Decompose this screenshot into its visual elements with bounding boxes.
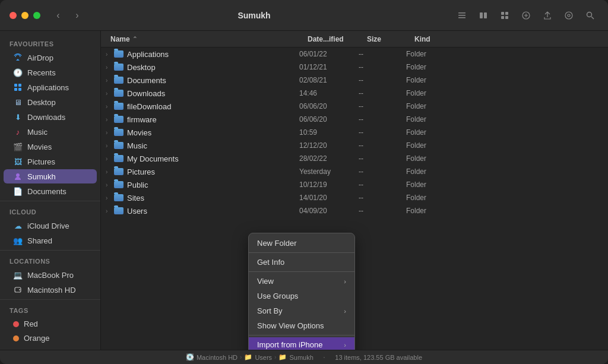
- folder-icon: [114, 49, 124, 59]
- context-menu-item-view[interactable]: View ›: [249, 274, 354, 289]
- file-size: --: [359, 194, 406, 202]
- view-columns-button[interactable]: [475, 7, 492, 24]
- sidebar-item-pictures[interactable]: 🖼 Pictures: [4, 154, 97, 169]
- context-menu-item-sort-by[interactable]: Sort By ›: [249, 303, 354, 318]
- sidebar-item-sumukh[interactable]: Sumukh: [4, 169, 97, 183]
- submenu-arrow-icon: ›: [344, 308, 346, 315]
- sidebar-item-music[interactable]: ♪ Music: [4, 125, 97, 139]
- pictures-icon: 🖼: [13, 157, 23, 166]
- col-date-header[interactable]: Date...ified: [308, 35, 367, 43]
- table-row[interactable]: › Music 12/12/20 -- Folder: [101, 139, 608, 152]
- col-size-header[interactable]: Size: [367, 35, 414, 43]
- view-grid-button[interactable]: [496, 7, 513, 24]
- tags-header: Tags: [0, 302, 100, 316]
- sidebar-item-airdrop[interactable]: AirDrop: [4, 50, 97, 65]
- table-row[interactable]: › Sites 14/01/20 -- Folder: [101, 191, 608, 204]
- col-name-header[interactable]: Name ⌃: [106, 35, 308, 43]
- context-menu-item-use-groups[interactable]: Use Groups: [249, 289, 354, 303]
- sidebar-item-recents[interactable]: 🕐 Recents: [4, 65, 97, 80]
- breadcrumb-icon: 📁: [278, 353, 287, 361]
- maximize-button[interactable]: [33, 12, 40, 19]
- table-row[interactable]: › Downloads 14:46 -- Folder: [101, 87, 608, 100]
- file-date: 28/02/22: [299, 154, 359, 163]
- file-size: --: [359, 128, 406, 137]
- file-size: --: [359, 154, 406, 163]
- icloud-icon: ☁: [13, 221, 23, 230]
- red-tag-dot: [13, 321, 19, 327]
- macbook-icon: 💻: [13, 270, 23, 280]
- table-row[interactable]: › Movies 10:59 -- Folder: [101, 126, 608, 139]
- ctx-item-label: Get Info: [257, 258, 284, 267]
- search-button[interactable]: [582, 7, 598, 24]
- context-menu-separator: [249, 335, 354, 335]
- breadcrumb-icon: 📁: [244, 353, 252, 361]
- sidebar-item-orange[interactable]: Orange: [4, 331, 97, 345]
- file-size: --: [359, 50, 406, 58]
- sidebar-item-yellow[interactable]: Yellow: [4, 346, 97, 350]
- file-kind: Folder: [406, 63, 466, 71]
- svg-rect-17: [18, 88, 21, 91]
- file-name: Sites: [127, 194, 299, 202]
- table-row[interactable]: › Applications 06/01/22 -- Folder: [101, 48, 608, 61]
- table-row[interactable]: › My Documents 28/02/22 -- Folder: [101, 152, 608, 165]
- sidebar-downloads-label: Downloads: [27, 113, 65, 122]
- sidebar-airdrop-label: AirDrop: [27, 53, 53, 62]
- breadcrumb-item-macintosh-hd[interactable]: 💽Macintosh HD: [186, 353, 238, 361]
- sidebar-item-macbook[interactable]: 💻 MacBook Pro: [4, 268, 97, 282]
- sidebar-macintosh-label: Macintosh HD: [27, 286, 76, 295]
- table-row[interactable]: › Pictures Yesterday -- Folder: [101, 165, 608, 178]
- col-kind-header[interactable]: Kind: [414, 35, 474, 43]
- context-menu-item-import-from-iphone[interactable]: Import from iPhone ›: [249, 337, 354, 350]
- folder-icon: [114, 102, 124, 111]
- file-date: 14/01/20: [299, 194, 359, 202]
- table-row[interactable]: › Desktop 01/12/21 -- Folder: [101, 61, 608, 74]
- sidebar-item-documents[interactable]: 📄 Documents: [4, 184, 97, 198]
- table-row[interactable]: › fileDownload 06/06/20 -- Folder: [101, 100, 608, 113]
- row-chevron: ›: [106, 169, 114, 175]
- sidebar-item-desktop[interactable]: 🖥 Desktop: [4, 95, 97, 109]
- breadcrumb-item-users[interactable]: 📁Users: [244, 353, 272, 361]
- row-chevron: ›: [106, 90, 114, 97]
- sidebar-shared-label: Shared: [27, 236, 52, 245]
- sidebar: Favourites AirDrop 🕐 Recents: [0, 31, 101, 350]
- svg-rect-14: [14, 84, 17, 87]
- column-headers: Name ⌃ Date...ified Size Kind: [101, 31, 608, 48]
- sidebar-item-macintosh-hd[interactable]: Macintosh HD: [4, 283, 97, 297]
- add-button[interactable]: [518, 7, 534, 24]
- sidebar-divider-2: [0, 250, 100, 251]
- context-menu-item-get-info[interactable]: Get Info: [249, 255, 354, 270]
- minimize-button[interactable]: [21, 12, 28, 19]
- sidebar-item-shared[interactable]: 👥 Shared: [4, 233, 97, 248]
- file-name: Users: [127, 207, 299, 216]
- sidebar-item-downloads[interactable]: ⬇ Downloads: [4, 110, 97, 124]
- file-size: --: [359, 89, 406, 97]
- sidebar-item-red[interactable]: Red: [4, 317, 97, 331]
- row-chevron: ›: [106, 129, 114, 136]
- sidebar-item-applications[interactable]: Applications: [4, 80, 97, 94]
- breadcrumb: 💽Macintosh HD›📁Users›📁Sumukh: [186, 353, 314, 361]
- file-date: 04/09/20: [299, 207, 359, 215]
- context-menu-item-new-folder[interactable]: New Folder: [249, 236, 354, 251]
- table-row[interactable]: › Users 04/09/20 -- Folder: [101, 204, 608, 217]
- svg-rect-16: [14, 88, 17, 91]
- file-kind: Folder: [406, 76, 466, 84]
- sidebar-item-icloud-drive[interactable]: ☁ iCloud Drive: [4, 219, 97, 233]
- file-size: --: [359, 115, 406, 124]
- breadcrumb-item-sumukh[interactable]: 📁Sumukh: [278, 353, 313, 361]
- svg-rect-6: [505, 12, 508, 15]
- share-button[interactable]: [539, 7, 556, 24]
- context-menu-item-show-view-options[interactable]: Show View Options: [249, 318, 354, 333]
- table-row[interactable]: › Documents 02/08/21 -- Folder: [101, 74, 608, 87]
- svg-rect-0: [458, 12, 466, 14]
- table-row[interactable]: › Public 10/12/19 -- Folder: [101, 178, 608, 191]
- ctx-item-label: Import from iPhone: [257, 340, 323, 349]
- table-row[interactable]: › firmware 06/06/20 -- Folder: [101, 113, 608, 126]
- file-name: Public: [127, 181, 299, 189]
- folder-icon: [114, 75, 124, 85]
- sidebar-item-movies[interactable]: 🎬 Movies: [4, 140, 97, 154]
- sidebar-orange-label: Orange: [24, 334, 49, 343]
- tag-button[interactable]: [560, 7, 577, 24]
- close-button[interactable]: [10, 12, 17, 19]
- traffic-lights: [10, 12, 40, 19]
- view-list-button[interactable]: [454, 7, 470, 24]
